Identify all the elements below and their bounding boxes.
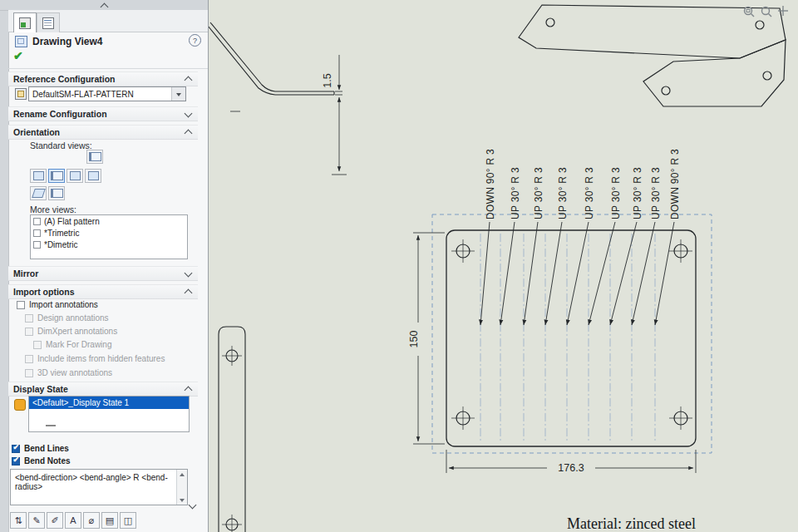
hole-with-center-mark[interactable]: [669, 406, 692, 430]
text-format-button[interactable]: A: [65, 512, 81, 529]
bracket-hole: [756, 21, 764, 29]
hole-with-center-mark[interactable]: [451, 239, 475, 263]
section-label: Display State: [13, 384, 68, 394]
design-annotations-row[interactable]: Design annotations: [25, 313, 109, 323]
view-left-button[interactable]: [30, 169, 47, 183]
view-top-button[interactable]: [86, 150, 103, 164]
section-label: Orientation: [13, 127, 60, 137]
help-icon[interactable]: ?: [189, 34, 201, 47]
material-note[interactable]: Material: zinced steel: [567, 515, 696, 532]
configuration-dropdown[interactable]: DefaultSM-FLAT-PATTERN: [28, 86, 186, 101]
bend-note-format-box[interactable]: <bend-direction> <bend-angle> R <bend-ra…: [10, 469, 188, 505]
drawing-sheet[interactable]: 1.5: [208, 0, 798, 532]
height-dimension[interactable]: 150: [408, 233, 445, 444]
layer-button[interactable]: ▤: [101, 512, 118, 529]
ok-button[interactable]: [13, 49, 23, 62]
chevron-down-icon[interactable]: [171, 87, 185, 101]
checkbox[interactable]: [12, 445, 20, 453]
view-right-icon: [70, 171, 81, 180]
bend-notes-row[interactable]: Bend Notes: [12, 456, 71, 466]
flip-order-button[interactable]: ⇅: [10, 512, 27, 529]
scroll-down-icon[interactable]: [177, 495, 187, 505]
checkbox[interactable]: [33, 218, 41, 225]
bend-note-toolbar: ⇅ ✎ ✐ A ⌀ ▤ ◫: [10, 512, 136, 529]
bend-note[interactable]: UP 30° R 3: [510, 167, 521, 219]
partial-strip-view[interactable]: [219, 327, 245, 532]
view-dimetric-button[interactable]: [48, 186, 65, 200]
dimension-text[interactable]: 150: [408, 331, 420, 348]
more-views-list[interactable]: (A) Flat pattern *Trimetric *Dimetric: [30, 214, 188, 259]
bend-note-format-text[interactable]: <bend-direction> <bend-angle> R <bend-ra…: [15, 473, 169, 491]
hole-with-center-mark[interactable]: [451, 406, 475, 430]
section-mirror[interactable]: Mirror: [8, 266, 198, 281]
zoom-area-icon[interactable]: [745, 7, 755, 17]
copy-format-button[interactable]: ◫: [120, 512, 136, 529]
flat-pattern-outline[interactable]: [446, 230, 696, 446]
view-selection-box[interactable]: [432, 214, 712, 453]
dimension-text[interactable]: 176.3: [558, 462, 584, 474]
tab-view-properties[interactable]: [13, 12, 37, 32]
bend-note[interactable]: UP 30° R 3: [533, 167, 544, 219]
list-item[interactable]: *Trimetric: [31, 227, 187, 239]
display-state-list[interactable]: <Default>_Display State 1: [28, 396, 190, 432]
bend-lines-row[interactable]: Bend Lines: [12, 444, 69, 453]
flat-pattern-view[interactable]: [432, 214, 712, 453]
checkbox: [25, 369, 33, 377]
edit-leader-button[interactable]: ✐: [47, 512, 63, 529]
view-isometric-button[interactable]: [30, 186, 47, 200]
dimension-text[interactable]: 1.5: [322, 73, 333, 87]
bend-note-leader[interactable]: [545, 222, 562, 325]
checkbox[interactable]: [17, 301, 25, 309]
format-box-scrollbar[interactable]: [176, 470, 187, 505]
edit-note-button[interactable]: ✎: [28, 512, 45, 529]
bend-note-leader[interactable]: [567, 222, 589, 325]
bend-note-leader[interactable]: [655, 222, 674, 325]
bend-note-leader[interactable]: [610, 222, 637, 325]
thickness-dimension[interactable]: 1.5: [322, 55, 347, 175]
bend-note-leader[interactable]: [500, 222, 515, 325]
hidden-features-row[interactable]: Include items from hidden features: [25, 354, 165, 363]
hole-with-center-mark[interactable]: [669, 239, 692, 263]
checkbox[interactable]: [33, 241, 41, 249]
view-front-button[interactable]: [48, 169, 65, 183]
bend-note-leader[interactable]: [480, 222, 490, 325]
panel-scroll-down-icon[interactable]: [189, 501, 197, 510]
checkbox[interactable]: [33, 229, 41, 237]
diameter-symbol-button[interactable]: ⌀: [83, 512, 100, 529]
section-rename-configuration[interactable]: Rename Configuration: [8, 106, 198, 121]
bracket-hole: [546, 18, 554, 27]
bend-note[interactable]: UP 30° R 3: [632, 167, 643, 219]
3d-view-annotations-row[interactable]: 3D view annotations: [25, 368, 112, 377]
list-item[interactable]: (A) Flat pattern: [31, 215, 187, 227]
dimxpert-annotations-row[interactable]: DimXpert annotations: [25, 327, 117, 336]
drawing-canvas[interactable]: 1.5: [208, 0, 798, 532]
bend-note[interactable]: DOWN 90° R 3: [485, 149, 496, 219]
bend-note[interactable]: DOWN 90° R 3: [669, 149, 681, 219]
bend-note[interactable]: UP 30° R 3: [557, 167, 569, 219]
bracket-top-view[interactable]: [519, 5, 786, 106]
bend-lines[interactable]: [480, 234, 655, 443]
bend-note[interactable]: UP 30° R 3: [650, 167, 662, 219]
profile-side-view[interactable]: [208, 22, 334, 111]
section-reference-configuration[interactable]: Reference Configuration: [8, 71, 198, 86]
pan-icon[interactable]: [778, 6, 788, 16]
view-right-button[interactable]: [66, 169, 83, 183]
bend-note-leader[interactable]: [632, 222, 655, 325]
import-annotations-row[interactable]: Import annotations: [17, 300, 98, 309]
checkbox[interactable]: [12, 457, 20, 466]
section-label: Rename Configuration: [13, 109, 107, 119]
list-item[interactable]: *Dimetric: [31, 239, 187, 250]
bend-note-leader[interactable]: [524, 222, 538, 325]
display-state-selected-item[interactable]: <Default>_Display State 1: [29, 397, 189, 409]
mark-for-drawing-row[interactable]: Mark For Drawing: [33, 340, 111, 349]
section-display-state[interactable]: Display State: [8, 382, 198, 397]
section-label: Reference Configuration: [13, 74, 116, 84]
view-back-button[interactable]: [85, 169, 101, 183]
scroll-up-icon[interactable]: [177, 470, 187, 479]
bend-note[interactable]: UP 30° R 3: [584, 167, 595, 219]
tab-configurations[interactable]: [37, 12, 60, 32]
bend-note[interactable]: UP 30° R 3: [610, 167, 622, 219]
section-orientation[interactable]: Orientation: [8, 125, 198, 140]
section-import-options[interactable]: Import options: [8, 284, 198, 299]
bend-note-leader[interactable]: [589, 222, 615, 325]
